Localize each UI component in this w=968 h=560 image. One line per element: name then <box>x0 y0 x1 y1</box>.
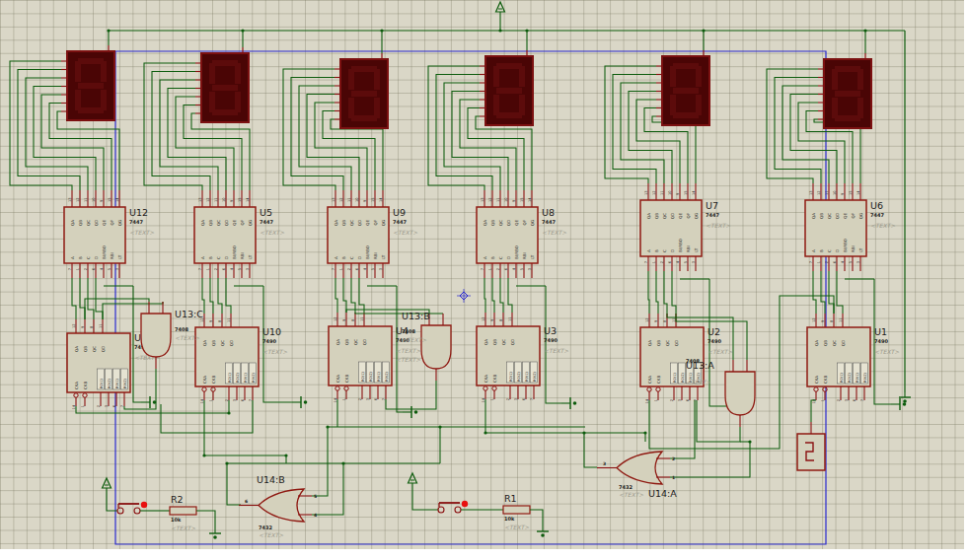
power-terminal[interactable] <box>409 473 417 483</box>
seven-segment-digit-2[interactable] <box>201 53 249 122</box>
power-terminal[interactable] <box>103 478 112 488</box>
segment-wire[interactable] <box>191 113 250 190</box>
bcd-wire[interactable] <box>210 278 213 314</box>
blue-loop-wire[interactable] <box>115 51 826 544</box>
decoder-ic-U6[interactable] <box>805 200 866 256</box>
or-gate-U14:B[interactable] <box>239 489 312 522</box>
decoder-ic-U8[interactable] <box>477 207 538 263</box>
bcd-wire[interactable] <box>648 271 649 314</box>
bcd-wire[interactable] <box>226 278 231 314</box>
pin-number: 14 <box>812 398 816 403</box>
bcd-wire[interactable] <box>359 278 364 313</box>
bcd-wire[interactable] <box>664 271 667 314</box>
ic-body <box>477 207 538 263</box>
bcd-wire[interactable] <box>656 271 658 314</box>
gate-body <box>725 372 755 415</box>
segment-wire[interactable] <box>621 83 664 183</box>
ground-terminal[interactable] <box>899 392 911 403</box>
ground-terminal[interactable] <box>537 526 549 537</box>
counter-ic-U11[interactable] <box>67 333 130 406</box>
ground-terminal[interactable] <box>292 396 307 408</box>
counter-ic-U3[interactable] <box>477 326 540 399</box>
bcd-wire[interactable] <box>500 278 503 313</box>
seven-segment-digit-5[interactable] <box>662 56 709 125</box>
routing-wire[interactable] <box>670 442 750 477</box>
clock-generator[interactable] <box>797 422 825 470</box>
routing-wire[interactable] <box>161 400 253 433</box>
and-gate-U13:B[interactable] <box>421 314 451 381</box>
component-text-placeholder: <TEXT> <box>870 222 895 229</box>
ground-terminal[interactable] <box>561 397 576 409</box>
routing-wire[interactable] <box>485 399 645 442</box>
push-button[interactable] <box>438 501 468 513</box>
component-ref: U3 <box>544 325 557 336</box>
control-wire[interactable] <box>263 286 292 402</box>
bcd-wire[interactable] <box>821 271 825 314</box>
bcd-wire[interactable] <box>508 278 512 313</box>
bcd-wire[interactable] <box>335 278 337 313</box>
push-button[interactable] <box>117 502 147 514</box>
pin-label: QE <box>365 220 370 226</box>
bcd-wire[interactable] <box>80 278 85 319</box>
pin-number: 4 <box>676 260 680 263</box>
routing-wire[interactable] <box>386 381 436 409</box>
bcd-wire[interactable] <box>492 278 494 313</box>
power-terminal[interactable] <box>496 2 505 12</box>
ground-terminal[interactable] <box>209 528 221 539</box>
bcd-wire[interactable] <box>218 278 222 314</box>
bcd-wire[interactable] <box>837 271 843 314</box>
seven-segment-digit-6[interactable] <box>824 59 871 128</box>
control-wire[interactable] <box>546 286 561 403</box>
decoder-ic-U7[interactable] <box>640 200 702 256</box>
pin-number: 3 <box>514 398 518 400</box>
bcd-wire[interactable] <box>72 278 76 319</box>
seven-segment-digit-4[interactable] <box>485 56 533 125</box>
display-segment <box>835 115 860 121</box>
wire[interactable] <box>412 483 438 510</box>
segment-wire[interactable] <box>436 75 492 191</box>
pin-number: 11 <box>496 197 500 202</box>
counter-ic-U1[interactable] <box>807 327 870 400</box>
bcd-wire[interactable] <box>351 278 355 313</box>
wire[interactable] <box>530 510 543 526</box>
bcd-wire[interactable] <box>829 271 834 314</box>
decoder-ic-U9[interactable] <box>328 207 389 263</box>
pin-number: 12 <box>76 197 80 202</box>
or-gate-U14:A[interactable] <box>597 452 670 484</box>
component-ref: U6 <box>870 200 883 211</box>
ground-terminal[interactable] <box>403 406 417 418</box>
pin-number: 9 <box>342 318 346 321</box>
resistor-R2[interactable] <box>170 507 196 515</box>
ground-terminal[interactable] <box>141 396 156 408</box>
component-text-placeholder: <TEXT> <box>396 356 420 363</box>
routing-wire[interactable] <box>312 427 328 496</box>
pin-number: 2 <box>84 268 88 270</box>
pin-number: 10 <box>504 197 508 202</box>
routing-wire[interactable] <box>85 299 149 319</box>
routing-wire[interactable] <box>584 433 597 467</box>
resistor-R1[interactable] <box>503 506 530 514</box>
button-contact <box>134 508 140 514</box>
decoder-ic-U5[interactable] <box>194 207 256 263</box>
segment-wire[interactable] <box>144 63 202 190</box>
wire[interactable] <box>196 511 215 528</box>
routing-wire[interactable] <box>227 463 241 505</box>
display-segment <box>835 66 860 72</box>
routing-wire[interactable] <box>204 400 286 463</box>
counter-ic-U10[interactable] <box>195 327 259 400</box>
bcd-wire[interactable] <box>813 271 816 314</box>
pin-label: R0(2) <box>108 379 112 388</box>
decoder-ic-U12[interactable] <box>64 207 125 263</box>
routing-wire[interactable] <box>670 400 695 458</box>
pin-label: R0(2) <box>681 373 685 383</box>
bcd-wire[interactable] <box>484 278 485 313</box>
seven-segment-digit-3[interactable] <box>340 59 388 128</box>
bcd-wire[interactable] <box>672 271 676 314</box>
pin-label: CKB <box>211 376 216 384</box>
and-gate-U13:A[interactable] <box>725 360 755 427</box>
bcd-wire[interactable] <box>343 278 346 313</box>
segment-wire[interactable] <box>476 116 532 190</box>
pin-number: 5 <box>108 268 112 270</box>
seven-segment-digit-1[interactable] <box>67 51 114 120</box>
counter-ic-U4[interactable] <box>329 326 392 399</box>
